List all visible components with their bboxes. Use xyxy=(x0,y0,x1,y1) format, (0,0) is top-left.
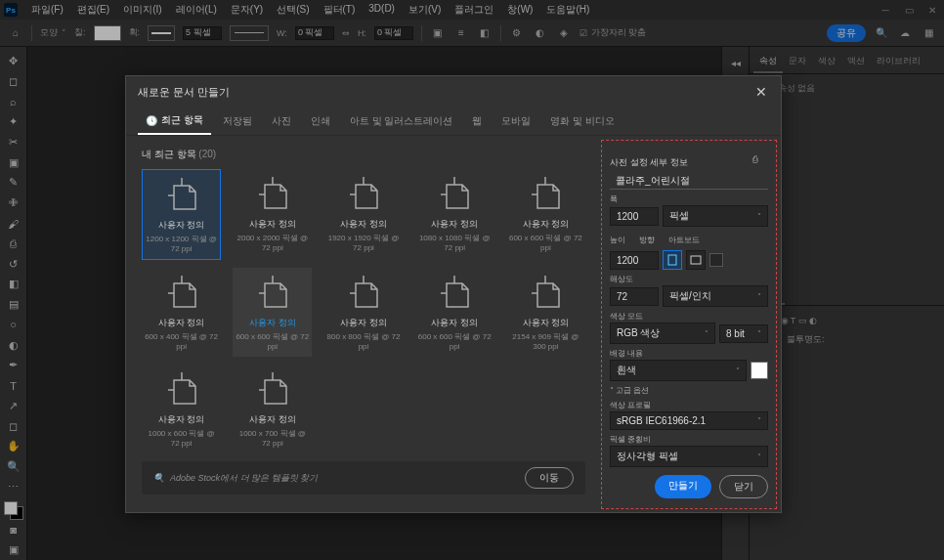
preset-dimensions: 600 x 600 픽셀 @ 72 ppi xyxy=(235,331,310,351)
aspect-select[interactable]: 정사각형 픽셀˅ xyxy=(610,446,768,467)
preset-name: 사용자 정의 xyxy=(158,413,205,426)
document-icon xyxy=(160,370,203,408)
document-icon xyxy=(433,175,476,212)
orient-landscape-button[interactable] xyxy=(686,250,706,270)
unit-select[interactable]: 픽셀˅ xyxy=(663,205,768,227)
bg-select[interactable]: 흰색˅ xyxy=(610,360,747,381)
profile-select[interactable]: sRGB IEC61966-2.1˅ xyxy=(610,411,768,430)
preset-item[interactable]: 사용자 정의600 x 600 픽셀 @ 72 ppi xyxy=(415,268,494,357)
category-tab[interactable]: 사진 xyxy=(264,108,299,135)
save-preset-icon[interactable]: ⎙ xyxy=(752,154,768,170)
document-icon xyxy=(160,274,203,311)
close-dialog-button[interactable]: 닫기 xyxy=(719,475,768,498)
artboard-checkbox[interactable] xyxy=(709,253,723,267)
preset-item[interactable]: 사용자 정의2154 x 909 픽셀 @ 300 ppi xyxy=(506,268,585,357)
height-label: 높이 xyxy=(610,235,625,245)
advanced-toggle[interactable]: ˅ 고급 옵션 xyxy=(610,385,768,396)
preset-dimensions: 600 x 600 픽셀 @ 72 ppi xyxy=(417,331,493,351)
category-tab[interactable]: 아트 및 일러스트레이션 xyxy=(342,108,461,135)
dialog-close-button[interactable]: ✕ xyxy=(753,84,769,100)
preset-name: 사용자 정의 xyxy=(158,317,205,329)
preset-dimensions: 1000 x 700 픽셀 @ 72 ppi xyxy=(235,428,310,448)
category-tab[interactable]: 영화 및 비디오 xyxy=(542,108,622,135)
document-icon xyxy=(524,274,567,311)
svg-rect-24 xyxy=(668,255,676,265)
preset-dimensions: 1200 x 1200 픽셀 @ 72 ppi xyxy=(145,234,218,253)
preset-item[interactable]: 사용자 정의600 x 600 픽셀 @ 72 ppi xyxy=(506,169,585,260)
resolution-input[interactable] xyxy=(610,287,659,306)
document-icon xyxy=(251,370,294,408)
recent-header: 내 최근 항목 xyxy=(142,149,196,159)
profile-label: 색상 프로필 xyxy=(610,400,768,410)
document-icon xyxy=(251,175,294,212)
width-label: 폭 xyxy=(610,194,768,204)
bg-label: 배경 내용 xyxy=(610,348,768,359)
preset-dimensions: 1000 x 600 픽셀 @ 72 ppi xyxy=(144,428,219,448)
stock-search-input[interactable]: 🔍 Adobe Stock에서 더 많은 템플릿 찾기 xyxy=(153,472,513,485)
bitdepth-select[interactable]: 8 bit˅ xyxy=(719,324,768,343)
orient-portrait-button[interactable] xyxy=(663,250,682,270)
preset-dimensions: 1080 x 1080 픽셀 @ 72 ppi xyxy=(417,233,493,252)
category-tab[interactable]: 🕓최근 항목 xyxy=(138,108,211,135)
preset-dimensions: 800 x 800 픽셀 @ 72 ppi xyxy=(325,331,401,351)
new-document-dialog: 새로운 문서 만들기 ✕ 🕓최근 항목저장됨사진인쇄아트 및 일러스트레이션웹모… xyxy=(125,75,782,513)
preset-name: 사용자 정의 xyxy=(249,413,296,426)
preset-item[interactable]: 사용자 정의1000 x 600 픽셀 @ 72 ppi xyxy=(142,365,221,453)
doc-width-input[interactable] xyxy=(610,207,659,226)
dialog-title: 새로운 문서 만들기 xyxy=(138,85,230,100)
preset-name-input[interactable] xyxy=(610,172,768,190)
document-icon xyxy=(433,274,476,311)
preset-item[interactable]: 사용자 정의800 x 800 픽셀 @ 72 ppi xyxy=(323,268,403,357)
aspect-label: 픽셀 종횡비 xyxy=(610,434,768,445)
document-icon xyxy=(524,175,567,212)
category-tab[interactable]: 저장됨 xyxy=(215,108,260,135)
resolution-label: 해상도 xyxy=(610,274,768,284)
recent-count: (20) xyxy=(198,149,216,159)
clock-icon: 🕓 xyxy=(146,115,157,126)
artboard-label: 아트보드 xyxy=(668,235,700,245)
category-tab[interactable]: 웹 xyxy=(464,108,490,135)
preset-dimensions: 600 x 600 픽셀 @ 72 ppi xyxy=(508,233,583,252)
doc-height-input[interactable] xyxy=(610,251,659,270)
preset-item[interactable]: 사용자 정의1200 x 1200 픽셀 @ 72 ppi xyxy=(142,169,221,260)
search-icon: 🔍 xyxy=(153,473,164,483)
document-icon xyxy=(342,274,385,311)
preset-item[interactable]: 사용자 정의600 x 600 픽셀 @ 72 ppi xyxy=(233,268,312,357)
preset-name: 사용자 정의 xyxy=(523,218,570,231)
preset-name: 사용자 정의 xyxy=(340,317,387,329)
document-icon xyxy=(342,175,385,212)
preset-name: 사용자 정의 xyxy=(523,317,570,329)
document-icon xyxy=(251,274,294,311)
preset-item[interactable]: 사용자 정의1920 x 1920 픽셀 @ 72 ppi xyxy=(323,169,403,260)
preset-name: 사용자 정의 xyxy=(431,317,478,329)
adobe-stock-bar: 🔍 Adobe Stock에서 더 많은 템플릿 찾기 이동 xyxy=(142,461,585,495)
preset-item[interactable]: 사용자 정의2000 x 2000 픽셀 @ 72 ppi xyxy=(233,169,312,260)
preset-name: 사용자 정의 xyxy=(158,219,205,232)
preset-name: 사용자 정의 xyxy=(431,218,478,231)
preset-details-panel: 사전 설정 세부 정보 ⎙ 폭 픽셀˅ 높이 방향 아트보드 해상도 xyxy=(601,140,777,509)
bg-color-swatch[interactable] xyxy=(751,362,768,379)
preset-dimensions: 600 x 400 픽셀 @ 72 ppi xyxy=(144,331,219,351)
orient-label: 방향 xyxy=(639,235,655,245)
preset-dimensions: 1920 x 1920 픽셀 @ 72 ppi xyxy=(325,233,401,252)
preset-name: 사용자 정의 xyxy=(249,218,296,231)
svg-rect-25 xyxy=(691,256,701,264)
category-tab[interactable]: 인쇄 xyxy=(303,108,338,135)
details-header: 사전 설정 세부 정보 xyxy=(610,156,688,169)
preset-item[interactable]: 사용자 정의600 x 400 픽셀 @ 72 ppi xyxy=(142,268,221,357)
document-icon xyxy=(160,176,203,213)
category-tab[interactable]: 모바일 xyxy=(493,108,538,135)
colormode-select[interactable]: RGB 색상˅ xyxy=(610,323,715,344)
create-button[interactable]: 만들기 xyxy=(655,475,711,498)
preset-dimensions: 2154 x 909 픽셀 @ 300 ppi xyxy=(508,331,583,351)
preset-name: 사용자 정의 xyxy=(340,218,387,231)
stock-go-button[interactable]: 이동 xyxy=(525,467,574,489)
preset-name: 사용자 정의 xyxy=(249,317,296,329)
resolution-unit-select[interactable]: 픽셀/인치˅ xyxy=(663,285,768,307)
preset-item[interactable]: 사용자 정의1000 x 700 픽셀 @ 72 ppi xyxy=(233,365,312,453)
colormode-label: 색상 모드 xyxy=(610,311,768,322)
preset-item[interactable]: 사용자 정의1080 x 1080 픽셀 @ 72 ppi xyxy=(415,169,494,260)
preset-dimensions: 2000 x 2000 픽셀 @ 72 ppi xyxy=(235,233,310,252)
